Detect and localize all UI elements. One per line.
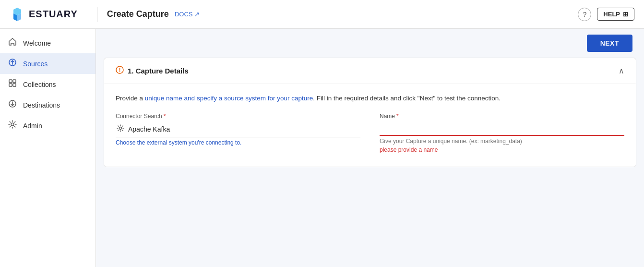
help-label: HELP <box>603 11 620 18</box>
connector-hint: Choose the external system you're connec… <box>116 139 360 146</box>
svg-rect-2 <box>13 80 16 83</box>
help-circle-icon[interactable]: ? <box>578 8 591 21</box>
svg-rect-3 <box>9 84 12 86</box>
name-required-star: * <box>396 113 399 120</box>
main-content: NEXT ! 1. Capture Details <box>96 29 644 267</box>
name-label: Name* <box>380 113 624 120</box>
connector-gear-icon <box>117 124 124 134</box>
connector-required-star: * <box>164 113 166 120</box>
logo-text: ESTUARY <box>29 9 78 20</box>
top-header: ESTUARY Create Capture DOCS ↗ ? HELP ⊞ <box>0 0 644 29</box>
name-input[interactable] <box>380 121 624 136</box>
description-highlight: unique name and specify a source system … <box>145 95 313 102</box>
sidebar-item-sources[interactable]: Sources <box>0 53 95 74</box>
logo-area: ESTUARY <box>10 7 78 22</box>
sidebar-item-welcome[interactable]: Welcome <box>0 33 95 53</box>
home-icon <box>8 37 17 49</box>
warning-icon: ! <box>116 66 124 76</box>
connector-label: Connector Search* <box>116 113 360 120</box>
page-title: Create Capture <box>107 9 169 19</box>
sources-icon <box>8 58 17 69</box>
connector-search-field: Connector Search* Apache Kafka <box>116 113 360 146</box>
svg-point-9 <box>119 127 122 130</box>
header-right: ? HELP ⊞ <box>578 8 634 21</box>
sidebar-item-admin[interactable]: Admin <box>0 115 95 136</box>
svg-point-6 <box>11 123 14 126</box>
description-text: Provide a unique name and specify a sour… <box>116 94 624 103</box>
connector-input[interactable]: Apache Kafka <box>116 121 360 137</box>
section-title-row: ! 1. Capture Details <box>116 66 189 76</box>
panel-icon: ⊞ <box>623 11 628 18</box>
next-button[interactable]: NEXT <box>587 35 632 52</box>
app-shell: ESTUARY Create Capture DOCS ↗ ? HELP ⊞ <box>0 0 644 267</box>
destinations-icon <box>8 99 17 110</box>
action-bar: NEXT <box>96 29 644 58</box>
name-helper: Give your Capture a unique name. (ex: ma… <box>380 138 624 145</box>
section-header[interactable]: ! 1. Capture Details ∧ <box>104 58 636 84</box>
estuary-logo-icon <box>10 7 25 22</box>
docs-link[interactable]: DOCS ↗ <box>175 11 200 18</box>
admin-icon <box>8 120 17 131</box>
body-area: Welcome Sources <box>0 29 644 267</box>
svg-rect-1 <box>9 80 12 83</box>
section-body: Provide a unique name and specify a sour… <box>104 84 636 167</box>
sidebar-label-admin: Admin <box>23 122 42 130</box>
svg-text:!: ! <box>119 67 121 73</box>
capture-details-section: ! 1. Capture Details ∧ Provide a unique … <box>104 58 636 167</box>
sidebar-label-welcome: Welcome <box>23 39 51 47</box>
sidebar-item-collections[interactable]: Collections <box>0 74 95 95</box>
section-title: 1. Capture Details <box>128 67 189 75</box>
form-row: Connector Search* Apache Kafka <box>116 113 624 153</box>
help-button[interactable]: HELP ⊞ <box>597 8 634 21</box>
docs-label: DOCS <box>175 11 193 18</box>
sidebar-label-sources: Sources <box>23 60 48 68</box>
collapse-icon: ∧ <box>619 66 624 75</box>
collections-icon <box>8 79 17 90</box>
name-error: please provide a name <box>380 146 624 153</box>
sidebar: Welcome Sources <box>0 29 96 267</box>
sidebar-item-destinations[interactable]: Destinations <box>0 95 95 115</box>
header-divider <box>97 7 97 22</box>
sidebar-label-destinations: Destinations <box>23 101 60 109</box>
name-field: Name* Give your Capture a unique name. (… <box>380 113 624 153</box>
connector-value: Apache Kafka <box>128 125 170 133</box>
external-link-icon: ↗ <box>194 11 200 18</box>
sidebar-label-collections: Collections <box>23 81 56 88</box>
svg-rect-4 <box>13 84 16 86</box>
